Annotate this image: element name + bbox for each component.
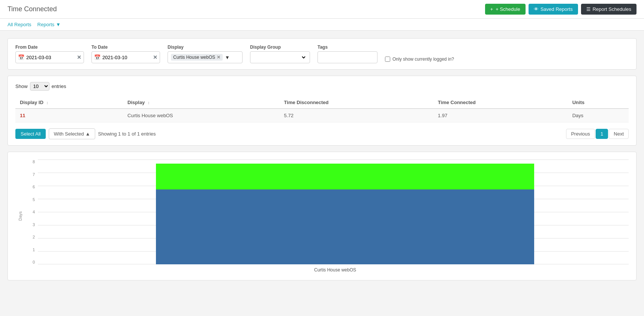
display-tag-clear-icon[interactable]: ✕	[217, 55, 220, 60]
display-group-select[interactable]	[253, 54, 307, 61]
col-units: Units	[568, 97, 629, 109]
navbar: All Reports Reports ▼	[0, 19, 644, 31]
logged-in-checkbox-wrap: Only show currently logged in?	[385, 57, 454, 62]
sort-icon-display-id[interactable]: ↕	[46, 100, 48, 105]
filter-row: From Date 📅 ✕ To Date 📅 ✕ Display	[15, 45, 629, 63]
show-label: Show	[15, 83, 28, 89]
clear-to-date-icon[interactable]: ✕	[153, 54, 157, 60]
chart-bar-group	[156, 163, 534, 264]
y-tick-5: 5	[30, 197, 35, 202]
cell-display: Curtis House webOS	[123, 109, 279, 122]
display-group-select-wrap	[250, 51, 310, 63]
table-row: 11 Curtis House webOS 5.72 1.97 Days	[15, 109, 629, 122]
display-label: Display	[168, 45, 243, 50]
page-1-button[interactable]: 1	[596, 129, 608, 139]
logged-in-checkbox[interactable]	[385, 57, 390, 62]
display-group-group: Display Group	[250, 45, 310, 63]
y-tick-2: 2	[30, 235, 35, 239]
reports-dropdown[interactable]: Reports ▼	[37, 22, 61, 27]
header-buttons: + + Schedule 👁 Saved Reports ☰ Report Sc…	[485, 4, 637, 15]
table-header: Display ID ↕ Display ↕ Time Disconnected…	[15, 97, 629, 109]
cell-time-disconnected: 5.72	[280, 109, 434, 122]
caret-up-icon: ▲	[85, 131, 90, 137]
col-display-id: Display ID ↕	[15, 97, 123, 109]
chart-y-axis-label: Days	[18, 211, 22, 221]
to-date-label: To Date	[91, 45, 160, 50]
header: Time Connected + + Schedule 👁 Saved Repo…	[0, 0, 644, 19]
bar-connected	[156, 164, 534, 189]
from-date-input[interactable]	[26, 55, 75, 60]
chevron-down-icon: ▼	[56, 22, 61, 27]
plus-icon: +	[490, 6, 493, 12]
y-tick-1: 1	[30, 247, 35, 252]
list-icon: ☰	[586, 6, 591, 12]
previous-button[interactable]: Previous	[566, 129, 595, 139]
cell-units: Days	[568, 109, 629, 122]
to-date-input-wrap: 📅 ✕	[91, 51, 160, 63]
clear-from-date-icon[interactable]: ✕	[77, 54, 81, 60]
sort-icon-display[interactable]: ↕	[148, 100, 150, 105]
display-tag: Curtis House webOS ✕	[171, 54, 223, 61]
to-date-group: To Date 📅 ✕	[91, 45, 160, 63]
pagination-buttons: Previous 1 Next	[566, 129, 629, 139]
from-date-group: From Date 📅 ✕	[15, 45, 84, 63]
calendar-icon-from[interactable]: 📅	[18, 54, 24, 60]
col-time-connected: Time Connected	[433, 97, 568, 109]
logged-in-label: Only show currently logged in?	[392, 57, 454, 62]
from-date-label: From Date	[15, 45, 84, 50]
chart-card: Days 8 7 6 5 4 3 2 1 0	[7, 152, 637, 280]
chart-area	[38, 159, 629, 264]
bar-disconnected	[156, 189, 534, 264]
table-card: Show 10 25 50 100 entries Display ID ↕ D…	[7, 76, 637, 146]
chart-y-ticks: 8 7 6 5 4 3 2 1 0	[30, 159, 38, 264]
col-time-disconnected: Time Disconnected	[280, 97, 434, 109]
with-selected-button[interactable]: With Selected ▲	[49, 128, 95, 139]
entries-select[interactable]: 10 25 50 100	[30, 82, 49, 91]
tags-group: Tags	[318, 45, 377, 63]
y-tick-4: 4	[30, 210, 35, 214]
display-tag-text: Curtis House webOS	[173, 55, 215, 60]
data-table: Display ID ↕ Display ↕ Time Disconnected…	[15, 97, 629, 122]
filter-card: From Date 📅 ✕ To Date 📅 ✕ Display	[7, 38, 637, 70]
show-entries-row: Show 10 25 50 100 entries	[15, 82, 629, 91]
chart-bar-container	[38, 159, 629, 264]
display-dropdown-arrow[interactable]: ▼	[225, 55, 230, 60]
header-row: Display ID ↕ Display ↕ Time Disconnected…	[15, 97, 629, 109]
showing-text: Showing 1 to 1 of 1 entries	[98, 131, 156, 137]
col-display: Display ↕	[123, 97, 279, 109]
all-reports-link[interactable]: All Reports	[7, 22, 31, 27]
chart-x-label: Curtis House webOS	[30, 267, 629, 273]
y-tick-0: 0	[30, 260, 35, 264]
page-title: Time Connected	[7, 5, 57, 13]
y-tick-8: 8	[30, 159, 35, 164]
from-date-input-wrap: 📅 ✕	[15, 51, 84, 63]
table-body: 11 Curtis House webOS 5.72 1.97 Days	[15, 109, 629, 122]
eye-icon: 👁	[534, 6, 539, 12]
tags-label: Tags	[318, 45, 377, 50]
entries-label: entries	[52, 83, 66, 89]
tags-input[interactable]	[318, 51, 377, 63]
y-tick-7: 7	[30, 172, 35, 177]
y-tick-6: 6	[30, 185, 35, 189]
select-all-button[interactable]: Select All	[15, 129, 46, 139]
cell-display-id: 11	[15, 109, 123, 122]
display-select[interactable]: Curtis House webOS ✕ ▼	[168, 51, 243, 63]
display-group-label: Display Group	[250, 45, 310, 50]
report-schedules-button[interactable]: ☰ Report Schedules	[581, 4, 637, 15]
saved-reports-button[interactable]: 👁 Saved Reports	[529, 4, 578, 15]
to-date-input[interactable]	[102, 55, 151, 60]
pagination-row: Select All With Selected ▲ Showing 1 to …	[15, 128, 629, 139]
cell-time-connected: 1.97	[433, 109, 568, 122]
calendar-icon-to[interactable]: 📅	[94, 54, 100, 60]
display-group: Display Curtis House webOS ✕ ▼	[168, 45, 243, 63]
left-actions: Select All With Selected ▲ Showing 1 to …	[15, 128, 156, 139]
main-content: From Date 📅 ✕ To Date 📅 ✕ Display	[0, 31, 644, 288]
y-tick-3: 3	[30, 222, 35, 227]
schedule-button[interactable]: + + Schedule	[485, 4, 526, 15]
next-button[interactable]: Next	[609, 129, 629, 139]
